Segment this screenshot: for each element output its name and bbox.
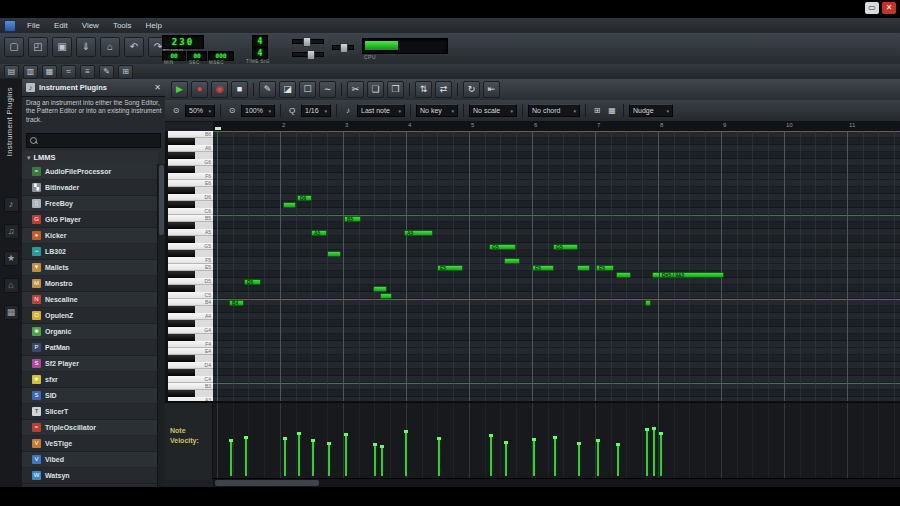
piano-key-A4[interactable]: A4: [168, 313, 213, 320]
project-notes-icon[interactable]: ✎: [99, 65, 114, 79]
piano-key-G4[interactable]: G4: [168, 327, 213, 334]
undo-icon[interactable]: ↶: [124, 37, 144, 57]
piano-key-F#4[interactable]: [168, 334, 213, 341]
velocity-handle[interactable]: [374, 445, 376, 476]
plugin-item[interactable]: GGIG Player: [22, 212, 158, 228]
piano-key-C#4[interactable]: [168, 369, 213, 376]
note[interactable]: A5: [311, 230, 327, 236]
close-button[interactable]: ✕: [882, 2, 896, 14]
note[interactable]: D6: [297, 195, 312, 201]
velocity-handle[interactable]: [660, 434, 662, 476]
menu-help[interactable]: Help: [139, 18, 169, 33]
piano-key-B3[interactable]: B3: [168, 383, 213, 390]
velocity-handle[interactable]: [298, 434, 300, 476]
zoom-y-icon[interactable]: ⊙: [226, 105, 238, 117]
piano-key-D4[interactable]: D4: [168, 362, 213, 369]
nudge-combo[interactable]: Nudge▾: [629, 104, 673, 117]
samples-tab-icon[interactable]: ♫: [4, 224, 19, 239]
automation-editor-icon[interactable]: ≈: [61, 65, 76, 79]
note[interactable]: [504, 258, 520, 264]
velocity-handle[interactable]: [405, 432, 407, 476]
piano-key-A#5[interactable]: [168, 222, 213, 229]
piano-key-F#5[interactable]: [168, 250, 213, 257]
note[interactable]: E5: [437, 265, 463, 271]
zoom-x-combo[interactable]: 50%▾: [185, 104, 215, 117]
piano-key-D#6[interactable]: [168, 187, 213, 194]
tempo-display[interactable]: 230: [162, 35, 204, 49]
piano-key-C4[interactable]: C4: [168, 376, 213, 383]
menu-view[interactable]: View: [75, 18, 106, 33]
scale-combo[interactable]: No scale▾: [469, 104, 517, 117]
new-project-icon[interactable]: ▢: [4, 37, 24, 57]
plugin-item[interactable]: ≈TripleOscillator: [22, 420, 158, 436]
export-project-icon[interactable]: ⇓: [76, 37, 96, 57]
quantize-icon[interactable]: Q: [286, 105, 298, 117]
velocity-handle[interactable]: [490, 436, 492, 476]
piano-key-B6[interactable]: B6: [168, 131, 213, 138]
sidebar-strip-title[interactable]: Instrument Plugins: [5, 87, 14, 156]
note-length-combo[interactable]: Last note▾: [357, 104, 405, 117]
piano-key-A6[interactable]: A6: [168, 145, 213, 152]
note[interactable]: D#5 / 9&5: [659, 272, 724, 278]
piano-key-A5[interactable]: A5: [168, 229, 213, 236]
velocity-handle[interactable]: [245, 438, 247, 476]
piano-key-C6[interactable]: C6: [168, 208, 213, 215]
plugin-item[interactable]: PPatMan: [22, 340, 158, 356]
plugin-item[interactable]: NNescaline: [22, 292, 158, 308]
piano-key-B4[interactable]: B4: [168, 299, 213, 306]
velocity-grid[interactable]: [213, 403, 900, 480]
piano-key-A#6[interactable]: [168, 138, 213, 145]
piano-key-F#6[interactable]: [168, 166, 213, 173]
bb-editor-icon[interactable]: ▥: [23, 65, 38, 79]
plugin-item[interactable]: ▯FreeBoy: [22, 196, 158, 212]
piano-key-E4[interactable]: E4: [168, 348, 213, 355]
velocity-handle[interactable]: [230, 441, 232, 476]
plugin-item[interactable]: ★sfxr: [22, 372, 158, 388]
song-editor-icon[interactable]: ▤: [4, 65, 19, 79]
note[interactable]: A5: [404, 230, 433, 236]
piano-key-C5[interactable]: C5: [168, 292, 213, 299]
zoom-x-icon[interactable]: ⊙: [170, 105, 182, 117]
velocity-handle[interactable]: [284, 439, 286, 476]
goto-start-icon[interactable]: ⇤: [483, 81, 500, 98]
piano-key-D6[interactable]: D6: [168, 194, 213, 201]
stop-icon[interactable]: ■: [231, 81, 248, 98]
menu-edit[interactable]: Edit: [47, 18, 75, 33]
note[interactable]: [577, 265, 590, 271]
whats-new-icon[interactable]: ⌂: [100, 37, 120, 57]
velocity-handle[interactable]: [646, 430, 648, 476]
snap-grid-icon[interactable]: ▦: [606, 105, 618, 117]
velocity-handle[interactable]: [312, 441, 314, 476]
note[interactable]: [616, 272, 631, 278]
plugin-item[interactable]: TSlicerT: [22, 404, 158, 420]
key-combo[interactable]: No key▾: [416, 104, 458, 117]
cut-icon[interactable]: ✂: [347, 81, 364, 98]
controller-rack-icon[interactable]: ⊞: [118, 65, 133, 79]
piano-key-F5[interactable]: F5: [168, 257, 213, 264]
piano-key-G#6[interactable]: [168, 152, 213, 159]
plugins-panel-close-icon[interactable]: ✕: [154, 83, 161, 92]
velocity-handle[interactable]: [597, 441, 599, 476]
plugin-item[interactable]: VVeSTige: [22, 436, 158, 452]
play-icon[interactable]: ▶: [171, 81, 188, 98]
flip-y-icon[interactable]: ⇅: [415, 81, 432, 98]
paste-icon[interactable]: ❐: [387, 81, 404, 98]
master-pitch-handle[interactable]: [307, 50, 315, 60]
plugin-item[interactable]: ❀Organic: [22, 324, 158, 340]
plugin-item[interactable]: ≈AudioFileProcessor: [22, 164, 158, 180]
piano-key-D5[interactable]: D5: [168, 278, 213, 285]
velocity-handle[interactable]: [533, 440, 535, 476]
piano-key-G#4[interactable]: [168, 320, 213, 327]
velocity-handle[interactable]: [578, 444, 580, 476]
plugin-item[interactable]: WWatsyn: [22, 468, 158, 484]
note[interactable]: D5: [244, 279, 261, 285]
velocity-handle[interactable]: [345, 435, 347, 476]
piano-key-A#3[interactable]: [168, 390, 213, 397]
tree-root-lmms[interactable]: ▾ LMMS: [22, 151, 158, 165]
note[interactable]: E5: [532, 265, 554, 271]
piano-key-B5[interactable]: B5: [168, 215, 213, 222]
record-icon[interactable]: ●: [191, 81, 208, 98]
piano-key-E6[interactable]: E6: [168, 180, 213, 187]
note-length-icon[interactable]: ♪: [342, 105, 354, 117]
piano-key-F6[interactable]: F6: [168, 173, 213, 180]
